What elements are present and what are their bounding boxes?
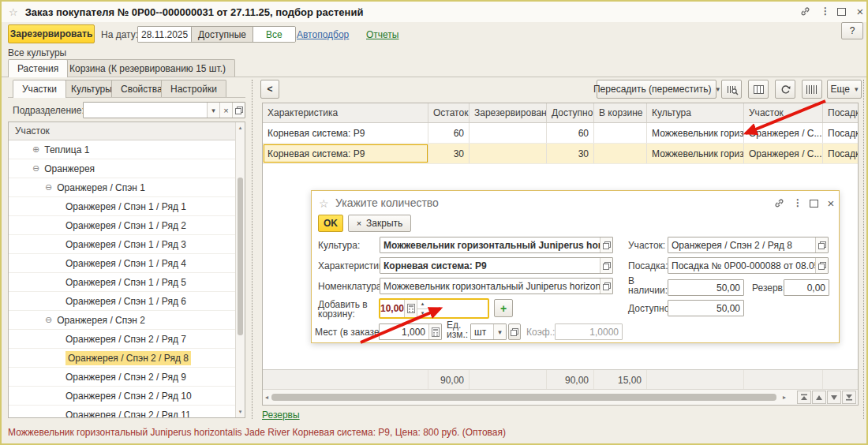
- barcode-scan-button[interactable]: [721, 80, 742, 99]
- scroll-left-icon[interactable]: ◂: [265, 394, 268, 401]
- tab-plants[interactable]: Растения: [8, 59, 68, 77]
- table-row[interactable]: Корневая система: Р93030Можжевельник гор…: [263, 144, 858, 164]
- dropdown-icon[interactable]: ▾: [493, 324, 506, 339]
- planting-input[interactable]: Посадка № 0Р00-000088 от 08.05.2025: [668, 257, 829, 274]
- column-header[interactable]: Зарезервировано: [470, 103, 547, 122]
- tree-item[interactable]: Оранжерея / Спэн 2 / Ряд 10: [9, 387, 245, 406]
- subtab-settings[interactable]: Настройки: [161, 80, 226, 97]
- tree-item[interactable]: Оранжерея / Спэн 1 / Ряд 6: [9, 292, 245, 311]
- culture-input[interactable]: Можжевельник горизонтальный Juniperus ho…: [380, 237, 613, 253]
- table-cell[interactable]: [594, 144, 647, 163]
- more-button[interactable]: Еще ▾: [827, 80, 862, 99]
- column-header[interactable]: Участок: [744, 103, 823, 122]
- table-h-scrollbar[interactable]: ◂ ▸: [263, 389, 858, 405]
- column-header[interactable]: Характеристика: [263, 103, 428, 122]
- table-cell[interactable]: Оранжерея / С...: [744, 123, 823, 143]
- reserve-button[interactable]: Зарезервировать: [8, 24, 95, 43]
- open-icon[interactable]: [232, 103, 245, 118]
- column-header[interactable]: Доступно: [547, 103, 594, 122]
- subtab-plots[interactable]: Участки: [13, 80, 66, 98]
- tree-item[interactable]: Оранжерея / Спэн 1 / Ряд 1: [9, 197, 245, 216]
- open-icon[interactable]: [815, 258, 828, 273]
- department-input[interactable]: ▾ ×: [83, 102, 245, 118]
- table-cell[interactable]: Можжевельник горизо...: [647, 123, 744, 143]
- quantity-stepper[interactable]: ▴ ▾: [417, 300, 428, 317]
- table-cell[interactable]: 60: [428, 123, 470, 143]
- tree-item[interactable]: ⊖Оранжерея / Спэн 1: [9, 178, 245, 197]
- table-cell[interactable]: [470, 123, 547, 143]
- column-header[interactable]: Остаток: [428, 103, 470, 122]
- ok-button[interactable]: OK: [318, 215, 343, 232]
- calculator-icon[interactable]: [404, 300, 417, 317]
- h-scroll-thumb[interactable]: [271, 394, 776, 401]
- reports-link[interactable]: Отчеты: [366, 29, 398, 40]
- unit-open-button[interactable]: [508, 323, 521, 340]
- stepper-up-icon[interactable]: ▴: [417, 300, 428, 309]
- dialog-copy-link-icon[interactable]: [771, 196, 787, 209]
- copy-link-icon[interactable]: [797, 5, 813, 17]
- toggle-available[interactable]: Доступные: [192, 27, 253, 42]
- tree-item[interactable]: Оранжерея / Спэн 2 / Ряд 8: [9, 349, 245, 368]
- table-cell[interactable]: Корневая система: Р9: [263, 123, 428, 143]
- tree-item[interactable]: ⊕Теплица 1: [9, 140, 245, 159]
- close-button[interactable]: × Закрыть: [348, 215, 411, 232]
- refresh-button[interactable]: [775, 80, 795, 99]
- table-cell[interactable]: [470, 144, 547, 163]
- autopick-link[interactable]: Автоподбор: [297, 29, 349, 40]
- maximize-icon[interactable]: [833, 6, 849, 18]
- collapse-icon[interactable]: ⊖: [45, 182, 52, 193]
- tab-cart[interactable]: Корзина (К резервированию 15 шт.): [60, 59, 235, 77]
- tree-item[interactable]: ⊖Оранжерея / Спэн 2: [9, 311, 245, 330]
- tree-item[interactable]: Оранжерея / Спэн 2 / Ряд 11: [9, 406, 245, 418]
- panel-splitter[interactable]: [252, 80, 253, 419]
- dropdown-icon[interactable]: ▾: [207, 103, 219, 118]
- go-next-button[interactable]: [827, 391, 841, 404]
- plot-tree-header[interactable]: Участок: [9, 122, 245, 140]
- collapse-icon[interactable]: ⊖: [45, 315, 52, 325]
- unit-select[interactable]: шт ▾: [470, 323, 507, 340]
- table-cell[interactable]: Оранжерея / С...: [744, 144, 823, 163]
- expand-icon[interactable]: ⊕: [32, 144, 39, 155]
- tree-item[interactable]: Оранжерея / Спэн 1 / Ряд 3: [9, 235, 245, 254]
- tree-item[interactable]: Оранжерея / Спэн 2 / Ряд 7: [9, 330, 245, 349]
- nomenclature-input[interactable]: Можжевельник горизонтальный Juniperus ho…: [380, 278, 613, 294]
- dialog-star-icon[interactable]: ☆: [319, 197, 329, 210]
- go-last-button[interactable]: [842, 391, 856, 404]
- right-splitter[interactable]: [863, 80, 864, 419]
- columns-button[interactable]: [748, 80, 769, 99]
- transplant-button[interactable]: Пересадить (переместить) ▾: [597, 80, 716, 99]
- calculator-icon[interactable]: [428, 324, 441, 339]
- table-cell[interactable]: Посадка: [823, 123, 859, 143]
- dialog-maximize-icon[interactable]: [806, 197, 821, 210]
- tree-scroll-thumb[interactable]: [238, 178, 243, 335]
- clear-icon[interactable]: ×: [219, 103, 232, 118]
- scroll-up-icon[interactable]: ▴: [236, 125, 245, 131]
- tree-item[interactable]: Оранжерея / Спэн 1 / Ряд 5: [9, 273, 245, 292]
- tree-item[interactable]: Оранжерея / Спэн 1 / Ряд 2: [9, 216, 245, 235]
- column-header[interactable]: Культура: [647, 103, 744, 122]
- add-to-cart-input[interactable]: 10,00 ▴ ▾: [379, 298, 489, 319]
- scroll-right-icon[interactable]: ▸: [783, 394, 786, 401]
- open-icon[interactable]: [600, 237, 612, 252]
- kebab-menu-icon[interactable]: ⋮: [817, 5, 833, 17]
- toggle-all[interactable]: Все: [253, 27, 295, 42]
- tree-item[interactable]: ⊖Оранжерея: [9, 159, 245, 178]
- table-cell[interactable]: 60: [547, 123, 594, 143]
- table-cell[interactable]: Корневая система: Р9: [263, 144, 428, 163]
- help-button[interactable]: ?: [841, 22, 863, 39]
- open-icon[interactable]: [600, 279, 612, 294]
- characteristic-input[interactable]: Корневая система: Р9: [380, 257, 613, 274]
- tree-item[interactable]: Оранжерея / Спэн 2 / Ряд 9: [9, 368, 245, 387]
- plot-input[interactable]: Оранжерея / Спэн 2 / Ряд 8: [668, 237, 829, 253]
- tree-item[interactable]: Оранжерея / Спэн 1 / Ряд 4: [9, 254, 245, 273]
- reserves-link[interactable]: Резервы: [262, 409, 300, 421]
- table-cell[interactable]: Посадка: [823, 144, 859, 163]
- table-row[interactable]: Корневая система: Р96060Можжевельник гор…: [263, 123, 858, 144]
- table-cell[interactable]: 30: [428, 144, 470, 163]
- column-header[interactable]: Посадка: [823, 103, 859, 122]
- close-icon[interactable]: ×: [852, 5, 868, 17]
- barcode-button[interactable]: [802, 80, 822, 99]
- table-cell[interactable]: [594, 123, 647, 143]
- collapse-icon[interactable]: ⊖: [32, 163, 39, 174]
- stepper-down-icon[interactable]: ▾: [417, 309, 428, 318]
